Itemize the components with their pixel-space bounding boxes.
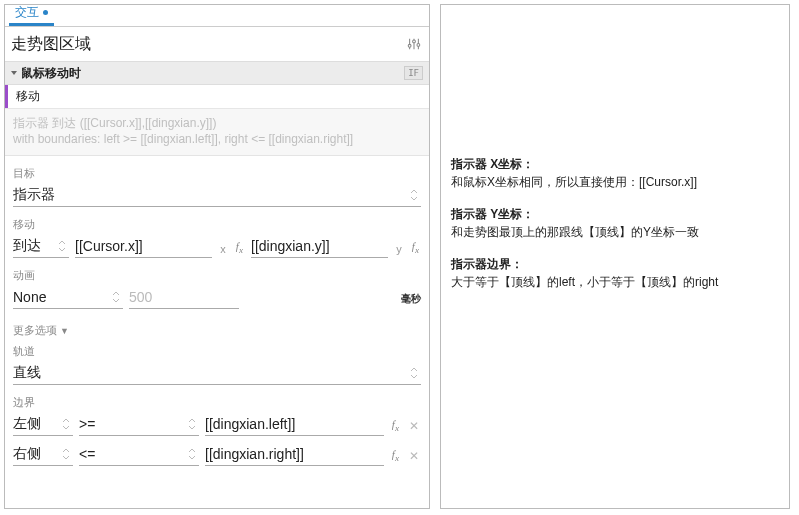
more-options-label: 更多选项	[13, 324, 57, 336]
action-description: 指示器 到达 ([[Cursor.x]],[[dingxian.y]]) wit…	[5, 109, 429, 156]
move-x-input[interactable]: [[Cursor.x]]	[75, 234, 212, 258]
track-value: 直线	[13, 364, 41, 382]
bound-right-op: <=	[79, 446, 95, 462]
action-label: 移动	[8, 88, 40, 105]
bound-left-side-select[interactable]: 左侧	[13, 412, 73, 436]
bound-right-side: 右侧	[13, 445, 41, 463]
remove-bound-left-button[interactable]: ✕	[407, 419, 421, 436]
bound-right-expr: [[dingxian.right]]	[205, 446, 304, 462]
select-caret-icon	[187, 417, 197, 431]
label-track: 轨道	[13, 344, 421, 359]
move-y-value: [[dingxian.y]]	[251, 238, 330, 254]
move-type-value: 到达	[13, 237, 41, 255]
select-caret-icon	[409, 366, 419, 380]
add-condition-button[interactable]: IF	[404, 66, 423, 80]
sliders-icon[interactable]	[407, 37, 421, 51]
note-y-body: 和走势图最顶上的那跟线【顶线】的Y坐标一致	[451, 225, 699, 239]
remove-bound-right-button[interactable]: ✕	[407, 449, 421, 466]
anim-unit: 毫秒	[401, 292, 421, 309]
event-header[interactable]: 鼠标移动时 IF	[5, 61, 429, 85]
svg-point-3	[408, 44, 411, 47]
anim-easing-value: None	[13, 289, 46, 305]
label-anim: 动画	[13, 268, 421, 283]
tab-bar: 交互	[5, 5, 429, 27]
more-options-toggle[interactable]: 更多选项 ▼	[13, 323, 421, 338]
select-caret-icon	[187, 447, 197, 461]
fx-bound-right-button[interactable]: fx	[390, 448, 401, 466]
select-caret-icon	[61, 447, 71, 461]
tab-label: 交互	[15, 4, 39, 21]
fx-bound-left-button[interactable]: fx	[390, 418, 401, 436]
chevron-down-icon	[9, 68, 19, 78]
bound-right-side-select[interactable]: 右侧	[13, 442, 73, 466]
tab-interactions[interactable]: 交互	[9, 1, 54, 26]
target-select[interactable]: 指示器	[13, 183, 421, 207]
label-target: 目标	[13, 166, 421, 181]
note-y-title: 指示器 Y坐标：	[451, 207, 534, 221]
select-caret-icon	[61, 417, 71, 431]
action-row[interactable]: 移动	[5, 85, 429, 109]
bound-right-expr-input[interactable]: [[dingxian.right]]	[205, 442, 384, 466]
note-x-title: 指示器 X坐标：	[451, 157, 534, 171]
fx-x-button[interactable]: fx	[234, 240, 245, 258]
anim-duration-input[interactable]: 500	[129, 285, 239, 309]
svg-point-4	[413, 40, 416, 43]
bound-left-op: >=	[79, 416, 95, 432]
anim-easing-select[interactable]: None	[13, 285, 123, 309]
notes-panel: 指示器 X坐标： 和鼠标X坐标相同，所以直接使用：[[Cursor.x]] 指示…	[440, 4, 790, 509]
svg-point-5	[417, 43, 420, 46]
note-b-body: 大于等于【顶线】的left，小于等于【顶线】的right	[451, 275, 718, 289]
action-desc-line1: 指示器 到达 ([[Cursor.x]],[[dingxian.y]])	[13, 115, 421, 131]
event-label: 鼠标移动时	[21, 65, 81, 82]
tab-indicator-dot	[43, 10, 48, 15]
bound-left-op-select[interactable]: >=	[79, 412, 199, 436]
move-x-value: [[Cursor.x]]	[75, 238, 143, 254]
select-caret-icon	[57, 239, 67, 253]
note-x-body: 和鼠标X坐标相同，所以直接使用：[[Cursor.x]]	[451, 175, 697, 189]
move-type-select[interactable]: 到达	[13, 234, 69, 258]
fx-y-button[interactable]: fx	[410, 240, 421, 258]
select-caret-icon	[111, 290, 121, 304]
track-select[interactable]: 直线	[13, 361, 421, 385]
action-desc-line2: with boundaries: left >= [[dingxian.left…	[13, 131, 421, 147]
bound-left-expr: [[dingxian.left]]	[205, 416, 295, 432]
move-y-input[interactable]: [[dingxian.y]]	[251, 234, 388, 258]
bound-left-expr-input[interactable]: [[dingxian.left]]	[205, 412, 384, 436]
note-b-title: 指示器边界：	[451, 257, 523, 271]
x-suffix: x	[218, 243, 228, 258]
y-suffix: y	[394, 243, 404, 258]
widget-title-row: 走势图区域	[5, 27, 429, 61]
label-bounds: 边界	[13, 395, 421, 410]
inspector-panel: 交互 走势图区域 鼠标移动时 IF 移动	[4, 4, 430, 509]
select-caret-icon	[409, 188, 419, 202]
anim-duration-placeholder: 500	[129, 289, 152, 305]
bound-right-op-select[interactable]: <=	[79, 442, 199, 466]
bound-left-side: 左侧	[13, 415, 41, 433]
label-move: 移动	[13, 217, 421, 232]
widget-title: 走势图区域	[11, 34, 91, 55]
target-value: 指示器	[13, 186, 55, 204]
triangle-down-icon: ▼	[60, 326, 69, 336]
